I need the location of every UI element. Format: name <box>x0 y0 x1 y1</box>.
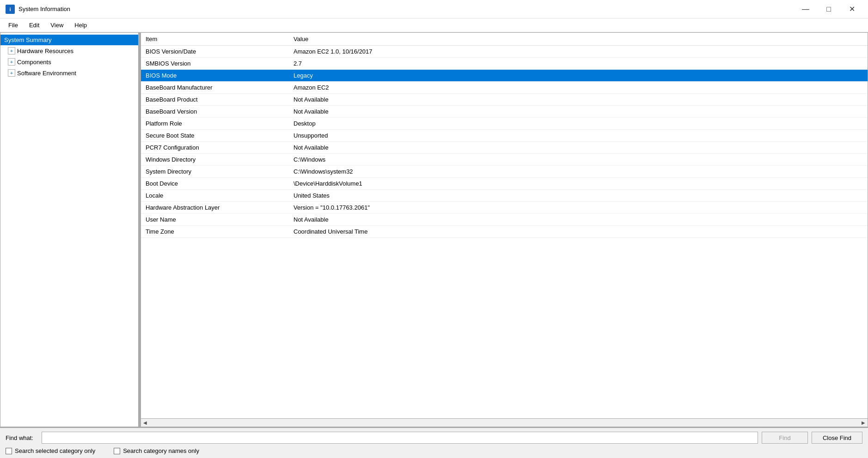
table-cell-item: System Directory <box>141 166 289 178</box>
table-row[interactable]: Boot Device\Device\HarddiskVolume1 <box>141 178 868 190</box>
table-cell-value: Coordinated Universal Time <box>289 226 868 238</box>
scroll-left-arrow[interactable]: ◀ <box>141 419 149 427</box>
table-cell-item: Time Zone <box>141 226 289 238</box>
menu-bar: File Edit View Help <box>0 18 868 32</box>
table-cell-item: BaseBoard Product <box>141 94 289 106</box>
maximize-button[interactable]: □ <box>818 3 839 16</box>
col-header-value: Value <box>289 33 868 46</box>
table-row[interactable]: SMBIOS Version2.7 <box>141 58 868 70</box>
details-table: Item Value BIOS Version/DateAmazon EC2 1… <box>141 33 868 238</box>
table-cell-item: Hardware Abstraction Layer <box>141 202 289 214</box>
close-button[interactable]: ✕ <box>841 3 862 16</box>
checkbox-selected-category-label: Search selected category only <box>15 447 95 454</box>
table-row[interactable]: Time ZoneCoordinated Universal Time <box>141 226 868 238</box>
table-cell-value: Legacy <box>289 70 868 82</box>
table-cell-item: Locale <box>141 190 289 202</box>
app-icon-letter: i <box>9 6 11 12</box>
checkbox-category-names-label: Search category names only <box>123 447 199 454</box>
table-cell-value: Desktop <box>289 118 868 130</box>
table-cell-item: Boot Device <box>141 178 289 190</box>
table-row[interactable]: BaseBoard ManufacturerAmazon EC2 <box>141 82 868 94</box>
window-title: System Information <box>18 6 70 12</box>
tree-item-components[interactable]: + Components <box>0 56 138 67</box>
checkbox-selected-category[interactable]: Search selected category only <box>6 447 95 454</box>
table-cell-value: Amazon EC2 1.0, 10/16/2017 <box>289 46 868 58</box>
window-controls: — □ ✕ <box>795 3 862 16</box>
table-cell-value: United States <box>289 190 868 202</box>
title-bar: i System Information — □ ✕ <box>0 0 868 18</box>
table-row[interactable]: User NameNot Available <box>141 214 868 226</box>
table-row[interactable]: Secure Boot StateUnsupported <box>141 130 868 142</box>
table-cell-value: Not Available <box>289 94 868 106</box>
expand-software-icon[interactable]: + <box>8 69 15 77</box>
table-cell-value: Unsupported <box>289 130 868 142</box>
table-cell-item: User Name <box>141 214 289 226</box>
table-row[interactable]: Hardware Abstraction LayerVersion = "10.… <box>141 202 868 214</box>
table-cell-value: C:\Windows <box>289 154 868 166</box>
table-cell-item: BIOS Version/Date <box>141 46 289 58</box>
tree-item-software-environment[interactable]: + Software Environment <box>0 67 138 78</box>
table-cell-item: Windows Directory <box>141 154 289 166</box>
app-icon: i <box>6 5 15 14</box>
table-cell-item: Platform Role <box>141 118 289 130</box>
hardware-resources-label: Hardware Resources <box>17 48 73 54</box>
software-environment-label: Software Environment <box>17 70 76 77</box>
table-cell-value: C:\Windows\system32 <box>289 166 868 178</box>
find-input[interactable] <box>42 432 758 444</box>
table-row[interactable]: BaseBoard ProductNot Available <box>141 94 868 106</box>
table-cell-item: SMBIOS Version <box>141 58 289 70</box>
expand-components-icon[interactable]: + <box>8 58 15 66</box>
menu-edit[interactable]: Edit <box>24 20 44 30</box>
checkbox-selected-category-box[interactable] <box>6 448 12 454</box>
scroll-right-arrow[interactable]: ▶ <box>859 419 868 427</box>
table-row[interactable]: System DirectoryC:\Windows\system32 <box>141 166 868 178</box>
table-cell-value: \Device\HarddiskVolume1 <box>289 178 868 190</box>
components-label: Components <box>17 59 51 66</box>
menu-help[interactable]: Help <box>70 20 92 30</box>
table-cell-item: BaseBoard Version <box>141 106 289 118</box>
find-button[interactable]: Find <box>762 432 808 444</box>
table-cell-item: BaseBoard Manufacturer <box>141 82 289 94</box>
table-row[interactable]: Platform RoleDesktop <box>141 118 868 130</box>
minimize-button[interactable]: — <box>795 3 816 16</box>
table-cell-value: Amazon EC2 <box>289 82 868 94</box>
details-panel: Item Value BIOS Version/DateAmazon EC2 1… <box>141 33 868 427</box>
table-row[interactable]: BIOS Version/DateAmazon EC2 1.0, 10/16/2… <box>141 46 868 58</box>
scroll-track[interactable] <box>149 419 859 427</box>
table-cell-item: Secure Boot State <box>141 130 289 142</box>
close-find-button[interactable]: Close Find <box>812 432 862 444</box>
col-header-item: Item <box>141 33 289 46</box>
menu-file[interactable]: File <box>4 20 23 30</box>
table-cell-value: 2.7 <box>289 58 868 70</box>
checkbox-category-names[interactable]: Search category names only <box>114 447 199 454</box>
find-what-label: Find what: <box>6 434 38 441</box>
checkboxes-row: Search selected category only Search cat… <box>6 447 862 454</box>
table-cell-item: BIOS Mode <box>141 70 289 82</box>
expand-hardware-icon[interactable]: + <box>8 47 15 54</box>
table-row[interactable]: Windows DirectoryC:\Windows <box>141 154 868 166</box>
table-row[interactable]: PCR7 ConfigurationNot Available <box>141 142 868 154</box>
table-cell-value: Version = "10.0.17763.2061" <box>289 202 868 214</box>
tree-item-hardware-resources[interactable]: + Hardware Resources <box>0 45 138 56</box>
table-cell-value: Not Available <box>289 106 868 118</box>
details-table-wrapper[interactable]: Item Value BIOS Version/DateAmazon EC2 1… <box>141 33 868 418</box>
find-bar: Find what: Find Close Find Search select… <box>0 427 868 458</box>
table-row[interactable]: BIOS ModeLegacy <box>141 70 868 82</box>
title-bar-left: i System Information <box>6 5 70 14</box>
table-row[interactable]: LocaleUnited States <box>141 190 868 202</box>
horizontal-scrollbar[interactable]: ◀ ▶ <box>141 418 868 427</box>
main-content: System Summary + Hardware Resources + Co… <box>0 32 868 427</box>
checkbox-category-names-box[interactable] <box>114 448 120 454</box>
table-cell-item: PCR7 Configuration <box>141 142 289 154</box>
table-cell-value: Not Available <box>289 214 868 226</box>
table-cell-value: Not Available <box>289 142 868 154</box>
find-row: Find what: Find Close Find <box>6 432 862 444</box>
system-summary-label: System Summary <box>4 36 52 43</box>
menu-view[interactable]: View <box>46 20 68 30</box>
tree-panel[interactable]: System Summary + Hardware Resources + Co… <box>0 33 139 427</box>
tree-item-system-summary[interactable]: System Summary <box>0 35 138 45</box>
table-row[interactable]: BaseBoard VersionNot Available <box>141 106 868 118</box>
